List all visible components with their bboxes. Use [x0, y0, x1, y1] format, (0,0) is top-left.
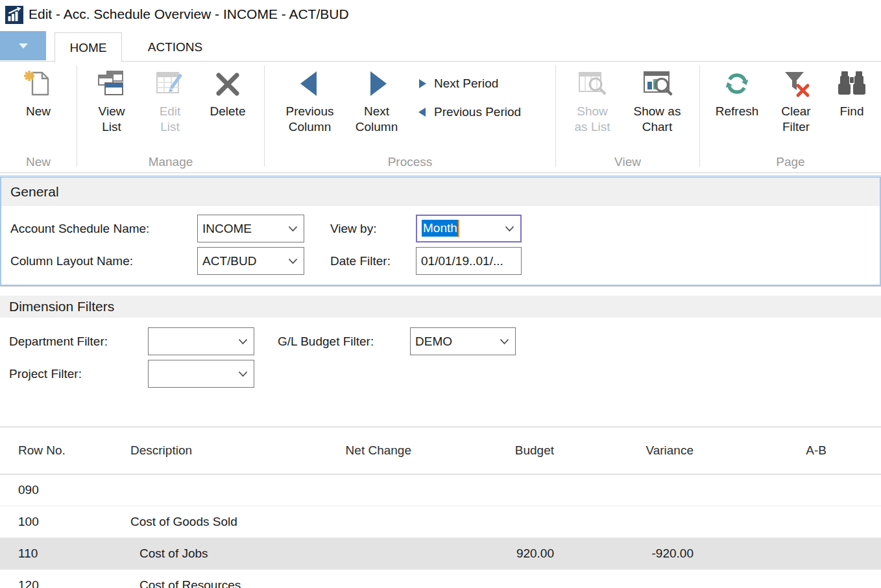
next-period-button[interactable]: Next Period	[416, 69, 521, 98]
ribbon-group-new: New New	[0, 62, 77, 172]
account-schedule-name-label: Account Schedule Name:	[10, 222, 197, 236]
edit-list-icon	[154, 68, 186, 99]
column-layout-name-select[interactable]: ACT/BUD	[197, 247, 304, 275]
window-title: Edit - Acc. Schedule Overview - INCOME -…	[29, 0, 349, 31]
overview-grid: Row No. Description Net Change Budget Va…	[0, 427, 881, 588]
tab-actions[interactable]: ACTIONS	[130, 32, 221, 62]
table-row[interactable]: 120 Cost of Resources	[0, 570, 881, 588]
chevron-down-icon[interactable]	[505, 226, 514, 232]
view-by-label: View by:	[330, 222, 416, 236]
show-as-chart-icon	[642, 68, 673, 99]
new-button[interactable]: New	[8, 65, 68, 119]
menu-dropdown-icon	[18, 43, 29, 49]
column-layout-name-label: Column Layout Name:	[10, 254, 197, 268]
department-filter-label: Department Filter:	[9, 335, 148, 349]
group-label-new: New	[0, 155, 77, 169]
gl-budget-filter-select[interactable]: DEMO	[410, 327, 516, 355]
chevron-down-icon[interactable]	[500, 338, 509, 345]
date-filter-input[interactable]: 01/01/19..01/...	[416, 247, 522, 275]
previous-column-button[interactable]: Previous Column	[276, 65, 343, 135]
ribbon-group-manage: View List	[77, 62, 264, 172]
refresh-icon	[721, 68, 753, 99]
section-title-general: General	[10, 184, 59, 200]
column-header-budget[interactable]: Budget	[415, 443, 558, 458]
date-filter-label: Date Filter:	[330, 254, 416, 268]
section-title-dimension-filters: Dimension Filters	[9, 299, 114, 314]
show-as-list-button: Show as List	[561, 65, 623, 135]
find-binoculars-icon	[836, 68, 867, 99]
edit-list-button: Edit List	[141, 65, 199, 135]
column-header-a-b[interactable]: A-B	[697, 443, 830, 458]
group-label-manage: Manage	[77, 155, 264, 169]
project-filter-label: Project Filter:	[9, 367, 148, 381]
group-label-view: View	[556, 155, 699, 169]
next-column-button[interactable]: Next Column	[343, 65, 410, 135]
account-schedule-name-select[interactable]: INCOME	[197, 215, 304, 242]
previous-column-icon	[295, 68, 326, 99]
new-document-icon	[23, 68, 54, 99]
column-header-description[interactable]: Description	[110, 443, 272, 458]
grid-header-row: Row No. Description Net Change Budget Va…	[0, 427, 881, 475]
show-as-list-icon	[577, 68, 608, 99]
tab-home[interactable]: HOME	[54, 32, 122, 62]
show-as-chart-button[interactable]: Show as Chart	[623, 65, 691, 135]
next-period-icon	[416, 78, 428, 89]
table-row[interactable]: 100 Cost of Goods Sold	[0, 506, 881, 538]
table-row-selected[interactable]: 110 Cost of Jobs 920.00 -920.00	[0, 538, 881, 570]
column-header-row-no[interactable]: Row No.	[0, 443, 110, 458]
view-list-icon	[96, 68, 127, 99]
clear-filter-button[interactable]: Clear Filter	[766, 65, 826, 135]
general-fasttab: General Account Schedule Name: INCOME Vi…	[0, 176, 881, 286]
general-section-header[interactable]: General	[1, 178, 880, 206]
dimension-filters-fasttab: Dimension Filters Department Filter: G/L…	[0, 287, 881, 402]
previous-period-icon	[416, 106, 428, 118]
chevron-down-icon[interactable]	[238, 371, 248, 377]
find-button[interactable]: Find	[826, 65, 878, 135]
acc-schedule-overview-window: Edit - Acc. Schedule Overview - INCOME -…	[0, 0, 881, 588]
app-bar-chart-icon	[5, 6, 23, 24]
ribbon-group-view: Show as List Show as Chart	[556, 62, 699, 172]
chevron-down-icon[interactable]	[238, 338, 248, 345]
refresh-button[interactable]: Refresh	[708, 65, 766, 135]
view-list-button[interactable]: View List	[82, 65, 141, 135]
group-label-process: Process	[265, 155, 555, 169]
column-header-net-change[interactable]: Net Change	[272, 443, 415, 458]
delete-button[interactable]: Delete	[199, 65, 257, 135]
chevron-down-icon[interactable]	[288, 258, 298, 265]
ribbon-menu-button[interactable]	[0, 31, 46, 60]
ribbon-group-process: Previous Column Next Column Next Period	[265, 62, 555, 172]
ribbon: New New	[0, 62, 881, 173]
view-by-select[interactable]: Month	[416, 215, 522, 242]
table-row[interactable]: 090	[0, 475, 881, 506]
clear-filter-icon	[780, 68, 812, 99]
title-bar: Edit - Acc. Schedule Overview - INCOME -…	[0, 0, 881, 31]
delete-x-icon	[212, 68, 243, 99]
chevron-down-icon[interactable]	[288, 226, 298, 232]
ribbon-tab-bar: HOME ACTIONS	[0, 31, 881, 62]
previous-period-button[interactable]: Previous Period	[416, 98, 521, 126]
group-label-page: Page	[700, 155, 881, 169]
department-filter-select[interactable]	[148, 327, 254, 355]
divider	[0, 175, 881, 176]
next-column-icon	[361, 68, 392, 99]
dimension-filters-section-header[interactable]: Dimension Filters	[0, 296, 881, 318]
gl-budget-filter-label: G/L Budget Filter:	[278, 335, 410, 349]
text-caret	[458, 220, 459, 237]
column-header-variance[interactable]: Variance	[558, 443, 697, 458]
project-filter-select[interactable]	[148, 360, 254, 388]
ribbon-group-page: Refresh Clear Filter	[700, 62, 881, 172]
